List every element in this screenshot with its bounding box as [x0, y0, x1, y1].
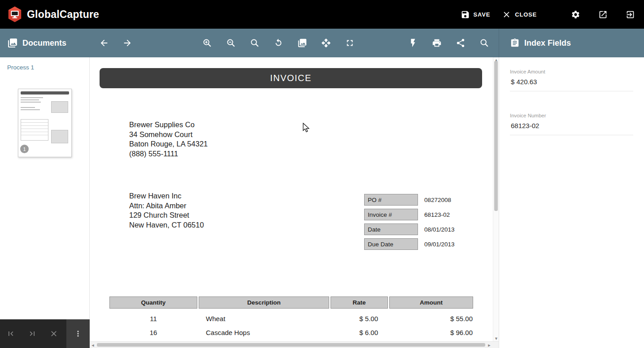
thumbnails-button[interactable] — [293, 34, 311, 52]
search-button[interactable] — [475, 34, 493, 52]
index-fields-title: Index Fields — [524, 39, 571, 48]
arrow-back-icon — [99, 38, 109, 48]
meta-row: PO # 08272008 — [364, 194, 455, 206]
delete-page-button[interactable] — [43, 319, 65, 348]
zoom-out-button[interactable] — [222, 34, 240, 52]
zoom-in-button[interactable] — [198, 34, 216, 52]
last-page-icon — [28, 329, 37, 338]
cell-quantity: 11 — [109, 309, 197, 322]
field-label: Invoice Number — [510, 113, 633, 118]
close-label: CLOSE — [515, 11, 537, 18]
fullscreen-icon — [345, 38, 355, 48]
scroll-left-arrow[interactable]: ◄ — [90, 342, 96, 348]
invoice-number-field[interactable]: 68123-02 — [510, 118, 633, 135]
vertical-scrollbar[interactable]: ▲ ▼ — [493, 57, 499, 341]
pan-button[interactable] — [317, 34, 335, 52]
open-in-new-button[interactable] — [596, 8, 609, 21]
forward-button[interactable] — [118, 34, 136, 52]
mouse-cursor — [302, 123, 311, 133]
viewer-toolbar — [90, 29, 499, 57]
vertical-scroll-thumb[interactable] — [494, 61, 498, 211]
meta-value: 68123-02 — [424, 211, 450, 218]
bill-to-line: Brew Haven Inc — [129, 191, 204, 201]
arrow-forward-icon — [122, 38, 132, 48]
print-button[interactable] — [428, 34, 446, 52]
horizontal-scroll-thumb[interactable] — [97, 343, 485, 347]
meta-label: PO # — [364, 194, 418, 206]
share-button[interactable] — [452, 34, 470, 52]
cell-amount: $ 96.00 — [389, 322, 473, 336]
zoom-fit-button[interactable] — [246, 34, 264, 52]
vendor-address-block: Brewer Supplies Co 34 Somehow Court Bato… — [129, 120, 208, 159]
close-icon — [502, 10, 511, 19]
documents-header: Documents — [0, 29, 90, 57]
meta-row: Invoice # 68123-02 — [364, 209, 455, 220]
documents-icon — [7, 38, 18, 48]
meta-label: Due Date — [364, 238, 418, 250]
table-row: 16 Cascade Hops $ 6.00 $ 96.00 — [109, 322, 474, 336]
fullscreen-button[interactable] — [341, 34, 359, 52]
line-items-table: Quantity Description Rate Amount 11 Whea… — [109, 296, 474, 336]
magnifier-icon — [250, 38, 260, 48]
nav-group — [95, 34, 136, 52]
index-fields-panel: Invoice Amount $ 420.63 Invoice Number 6… — [499, 57, 644, 348]
open-in-new-icon — [598, 10, 608, 19]
sign-out-button[interactable] — [624, 8, 637, 21]
cell-quantity: 16 — [109, 322, 197, 336]
invoice-meta-table: PO # 08272008 Invoice # 68123-02 Date 08… — [364, 194, 455, 253]
zoom-out-icon — [226, 38, 236, 48]
scroll-down-arrow[interactable]: ▼ — [493, 336, 499, 341]
documents-title: Documents — [22, 39, 66, 48]
bill-to-line: 129 Church Street — [129, 211, 204, 220]
zoom-group — [198, 34, 359, 52]
globalcapture-logo-icon — [6, 6, 23, 23]
vendor-line: (888) 555-1111 — [129, 149, 208, 159]
first-page-icon — [6, 329, 15, 338]
column-header: Amount — [389, 296, 473, 309]
more-options-button[interactable] — [66, 319, 90, 348]
settings-button[interactable] — [569, 8, 582, 21]
pan-icon — [321, 38, 331, 48]
close-button[interactable]: CLOSE — [502, 10, 537, 19]
column-header: Rate — [331, 296, 388, 309]
vendor-line: 34 Somehow Court — [129, 130, 208, 140]
first-page-button[interactable] — [0, 319, 22, 348]
cell-description: Wheat — [199, 309, 329, 322]
invoice-title: INVOICE — [270, 73, 312, 83]
save-label: SAVE — [474, 11, 491, 18]
save-button[interactable]: SAVE — [461, 10, 491, 19]
cell-rate: $ 6.00 — [331, 322, 388, 336]
x-icon — [49, 329, 58, 338]
back-button[interactable] — [95, 34, 113, 52]
meta-value: 09/01/2013 — [424, 241, 455, 248]
scroll-right-arrow[interactable]: ► — [486, 342, 492, 348]
process-button[interactable] — [404, 34, 422, 52]
column-header: Description — [199, 296, 329, 309]
meta-label: Invoice # — [364, 209, 418, 220]
last-page-button[interactable] — [22, 319, 43, 348]
app-logo: GlobalCapture — [6, 6, 99, 23]
meta-label: Date — [364, 223, 418, 235]
invoice-amount-field[interactable]: $ 420.63 — [510, 74, 633, 91]
document-sidebar: Process 1 1 — [0, 57, 90, 348]
horizontal-scrollbar[interactable]: ◄ ► — [90, 341, 499, 348]
save-icon — [461, 10, 470, 19]
page-number-badge: 1 — [20, 145, 29, 153]
cell-amount: $ 55.00 — [389, 309, 473, 322]
page-navigation-bar — [0, 319, 90, 348]
meta-value: 08272008 — [424, 197, 451, 203]
meta-row: Due Date 09/01/2013 — [364, 238, 455, 250]
rotate-icon — [274, 38, 283, 48]
vendor-line: Brewer Supplies Co — [129, 120, 208, 130]
zoom-in-icon — [202, 38, 212, 48]
top-bar: GlobalCapture SAVE CLOSE — [0, 0, 644, 29]
lightning-bolt-icon — [408, 38, 418, 48]
table-row: 11 Wheat $ 5.00 $ 55.00 — [109, 309, 474, 322]
clipboard-list-icon — [510, 38, 520, 48]
image-stack-icon — [297, 38, 307, 48]
meta-value: 08/01/2013 — [424, 226, 455, 233]
rotate-button[interactable] — [270, 34, 287, 52]
cell-rate: $ 5.00 — [331, 309, 388, 322]
page-thumbnail[interactable]: 1 — [18, 89, 72, 157]
process-label[interactable]: Process 1 — [0, 57, 89, 71]
